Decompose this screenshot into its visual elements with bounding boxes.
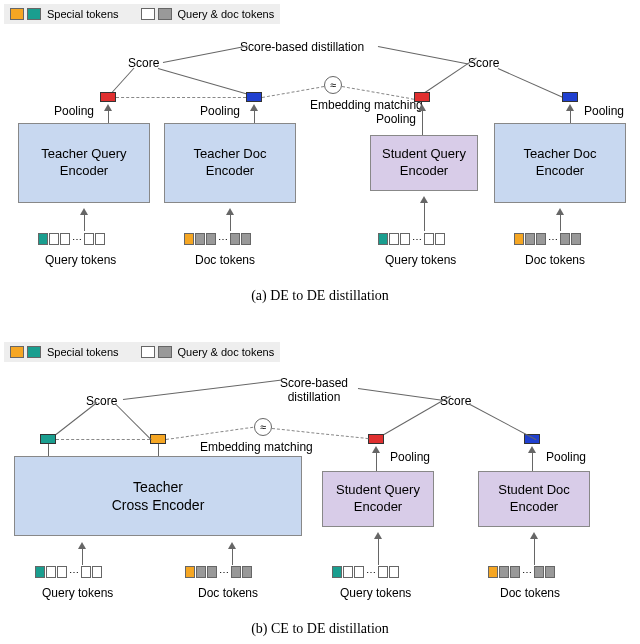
emb-match-label-a: Embedding matching bbox=[310, 98, 423, 112]
q-tokens-lbl-2: Query tokens bbox=[385, 253, 456, 267]
doc-tokens-2: ⋯ bbox=[514, 233, 581, 245]
caption-b: (b) CE to DE distillation bbox=[0, 621, 640, 637]
score-distill-b: Score-based distillation bbox=[280, 376, 348, 404]
teacher-cross-encoder: Teacher Cross Encoder bbox=[14, 456, 302, 536]
gray-token-icon bbox=[158, 8, 172, 20]
student-d-embedding-a bbox=[562, 92, 578, 102]
white-token-icon bbox=[141, 8, 155, 20]
d-tokens-lbl-2: Doc tokens bbox=[525, 253, 585, 267]
q-tokens-b1: Query tokens bbox=[42, 586, 113, 600]
teacher-d-embedding bbox=[246, 92, 262, 102]
caption-a: (a) DE to DE distillation bbox=[0, 288, 640, 304]
approx-symbol-a: ≈ bbox=[324, 76, 342, 94]
teal-token-icon bbox=[27, 8, 41, 20]
orange-token-icon-2 bbox=[10, 346, 24, 358]
teacher-query-encoder: Teacher Query Encoder bbox=[18, 123, 150, 203]
d-tokens-b2: Doc tokens bbox=[500, 586, 560, 600]
pooling-2: Pooling bbox=[200, 104, 240, 118]
doc-tokens-1: ⋯ bbox=[184, 233, 251, 245]
gray-token-icon-2 bbox=[158, 346, 172, 358]
q-tokens-b2: Query tokens bbox=[340, 586, 411, 600]
teal-token-icon-2 bbox=[27, 346, 41, 358]
legend-qd-label-2: Query & doc tokens bbox=[178, 346, 275, 358]
student-doc-tokens-b: ⋯ bbox=[488, 566, 555, 578]
ce-d-embedding bbox=[150, 434, 166, 444]
panel-a: Score Score-based distillation Score ≈ E… bbox=[0, 28, 640, 338]
pooling-b2: Pooling bbox=[546, 450, 586, 464]
q-tokens-lbl-1: Query tokens bbox=[45, 253, 116, 267]
student-query-tokens-b: ⋯ bbox=[332, 566, 399, 578]
approx-symbol-b: ≈ bbox=[254, 418, 272, 436]
legend-special-label-2: Special tokens bbox=[47, 346, 119, 358]
teacher-doc-encoder-2: Teacher Doc Encoder bbox=[494, 123, 626, 203]
emb-match-b: Embedding matching bbox=[200, 440, 313, 454]
legend-special-label: Special tokens bbox=[47, 8, 119, 20]
score-distill-label: Score-based distillation bbox=[240, 40, 364, 54]
student-q-emb-b bbox=[368, 434, 384, 444]
score-right-b: Score bbox=[440, 394, 471, 408]
query-tokens-1: ⋯ bbox=[38, 233, 105, 245]
panel-b: Score Score-based distillation Score ≈ E… bbox=[0, 366, 640, 644]
pooling-4: Pooling bbox=[584, 104, 624, 118]
d-tokens-lbl-1: Doc tokens bbox=[195, 253, 255, 267]
white-token-icon-2 bbox=[141, 346, 155, 358]
legend-top: Special tokens Query & doc tokens bbox=[4, 4, 280, 24]
legend-mid: Special tokens Query & doc tokens bbox=[4, 342, 280, 362]
ce-q-embedding bbox=[40, 434, 56, 444]
ce-doc-tokens: ⋯ bbox=[185, 566, 252, 578]
student-query-encoder-b: Student Query Encoder bbox=[322, 471, 434, 527]
teacher-q-embedding bbox=[100, 92, 116, 102]
ce-query-tokens: ⋯ bbox=[35, 566, 102, 578]
query-tokens-2: ⋯ bbox=[378, 233, 445, 245]
pooling-1: Pooling bbox=[54, 104, 94, 118]
orange-token-icon bbox=[10, 8, 24, 20]
student-query-encoder-a: Student Query Encoder bbox=[370, 135, 478, 191]
student-doc-encoder-b: Student Doc Encoder bbox=[478, 471, 590, 527]
d-tokens-b1: Doc tokens bbox=[198, 586, 258, 600]
teacher-doc-encoder-1: Teacher Doc Encoder bbox=[164, 123, 296, 203]
legend-qd-label: Query & doc tokens bbox=[178, 8, 275, 20]
pooling-b1: Pooling bbox=[390, 450, 430, 464]
pooling-3: Pooling bbox=[376, 112, 416, 126]
